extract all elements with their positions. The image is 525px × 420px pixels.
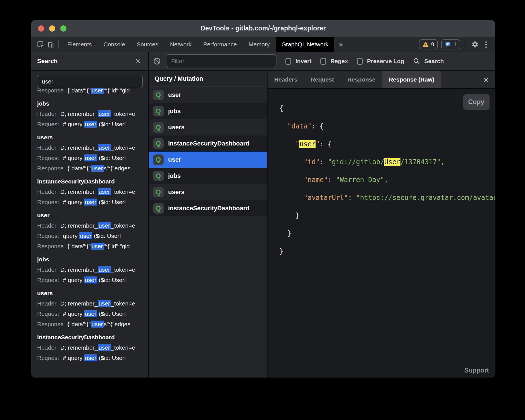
search-result-line[interactable]: Requestquery user ($id: UserI: [37, 231, 148, 241]
tab-performance[interactable]: Performance: [197, 37, 243, 52]
search-result-group-title[interactable]: instanceSecurityDashboard: [37, 176, 148, 187]
regex-checkbox[interactable]: [320, 58, 326, 65]
tab-console[interactable]: Console: [98, 37, 131, 52]
more-tabs-icon[interactable]: »: [334, 40, 347, 49]
tab-sources[interactable]: Sources: [131, 37, 164, 52]
search-result-group-title[interactable]: jobs: [37, 98, 148, 109]
detail-tab-request[interactable]: Request: [304, 71, 341, 88]
response-tabbar: HeadersRequestResponseResponse (Raw): [268, 71, 495, 89]
search-match-highlight: user: [98, 144, 111, 151]
search-result-group-title[interactable]: users: [37, 288, 148, 298]
devtools-content: Search Response{"data":{"user":{"id":"gi…: [31, 52, 495, 378]
search-result-line-clipped[interactable]: Response{"data":{"user":{"id":"gid: [37, 88, 148, 96]
result-line-label: Request: [37, 155, 59, 161]
query-item-label: users: [168, 124, 185, 131]
query-list-item-jobs[interactable]: Qjobs: [149, 168, 267, 184]
result-line-label: Header: [37, 266, 56, 273]
query-type-icon: Q: [153, 171, 164, 181]
search-match-highlight: user: [98, 222, 111, 229]
checkbox-group-regex: Regex: [320, 58, 348, 65]
search-result-line[interactable]: Request# query user ($id: UserI: [37, 353, 148, 363]
search-result-line[interactable]: HeaderD; remember_user_token=e: [37, 142, 148, 153]
search-result-line[interactable]: Request# query user ($id: UserI: [37, 309, 148, 319]
search-result-line[interactable]: Response{"data":{"user":{"id":"gid: [37, 241, 148, 251]
copy-button[interactable]: Copy: [463, 94, 490, 110]
close-traffic-button[interactable]: [38, 25, 44, 32]
text-segment: D; remember_: [60, 188, 98, 195]
json-line: "avatarUrl": "https://secure.gravatar.co…: [279, 189, 495, 207]
search-result-line[interactable]: HeaderD; remember_user_token=e: [37, 264, 148, 275]
search-result-line[interactable]: Request# query user ($id: UserI: [37, 275, 148, 285]
filter-checkboxes: InvertRegexPreserve Log: [276, 58, 404, 65]
tab-network[interactable]: Network: [164, 37, 197, 52]
text-segment: _token=e: [111, 344, 135, 351]
search-result-line[interactable]: HeaderD; remember_user_token=e: [37, 220, 148, 231]
tab-elements[interactable]: Elements: [61, 37, 98, 52]
more-menu-icon[interactable]: [484, 41, 488, 48]
search-result-line[interactable]: HeaderD; remember_user_token=e: [37, 298, 148, 309]
search-result-line[interactable]: Response{"data":{"users":{"edges: [37, 319, 148, 329]
search-result-line[interactable]: Request# query user ($id: UserI: [37, 119, 148, 129]
result-line-label: Header: [37, 344, 56, 351]
json-token: {: [320, 122, 324, 130]
query-item-label: instanceSecurityDashboard: [168, 205, 249, 212]
search-result-line[interactable]: HeaderD; remember_user_token=e: [37, 342, 148, 353]
filter-input[interactable]: [166, 54, 276, 68]
result-line-label: Request: [37, 233, 59, 239]
toolbar-search[interactable]: Search: [413, 58, 444, 65]
query-list-item-user[interactable]: Quser: [149, 152, 267, 168]
query-list-item-jobs[interactable]: Qjobs: [149, 103, 267, 119]
search-match-highlight: user: [84, 121, 97, 128]
device-toolbar-icon[interactable]: [46, 39, 56, 50]
detail-tab-response-raw[interactable]: Response (Raw): [382, 71, 441, 88]
text-segment: {"data":{": [68, 165, 91, 171]
query-item-label: instanceSecurityDashboard: [168, 140, 249, 147]
search-match-highlight: user: [84, 310, 97, 317]
result-line-label: Header: [37, 111, 56, 117]
text-segment: ($id: UserI: [97, 355, 126, 361]
query-list-panel: Query / Mutation QuserQjobsQusersQinstan…: [149, 71, 267, 378]
search-result-group-title[interactable]: user: [37, 210, 148, 220]
close-detail-icon[interactable]: [483, 76, 490, 83]
warnings-badge[interactable]: 9: [419, 39, 438, 49]
text-segment: D; remember_: [60, 300, 98, 307]
query-list-item-instancesecuritydashboard[interactable]: QinstanceSecurityDashboard: [149, 200, 267, 216]
inspect-element-icon[interactable]: [35, 39, 46, 50]
query-list-item-instancesecuritydashboard[interactable]: QinstanceSecurityDashboard: [149, 135, 267, 152]
query-list-header: Query / Mutation: [149, 71, 267, 87]
search-result-line[interactable]: Request# query user ($id: UserI: [37, 197, 148, 207]
search-result-line[interactable]: Response{"data":{"users":{"edges: [37, 163, 148, 173]
support-link[interactable]: Support: [464, 367, 489, 374]
search-input[interactable]: [37, 75, 143, 88]
minimize-traffic-button[interactable]: [49, 25, 55, 32]
json-line: "data": {: [279, 117, 495, 135]
query-list-item-users[interactable]: Qusers: [149, 184, 267, 200]
response-detail-panel: HeadersRequestResponseResponse (Raw) Cop…: [268, 71, 495, 378]
query-list-item-users[interactable]: Qusers: [149, 119, 267, 135]
preserve-log-checkbox[interactable]: [357, 58, 363, 65]
search-result-group-title[interactable]: users: [37, 132, 148, 142]
invert-checkbox[interactable]: [285, 58, 291, 65]
query-type-icon: Q: [153, 90, 164, 100]
detail-tab-headers[interactable]: Headers: [268, 71, 304, 88]
close-search-icon[interactable]: [135, 58, 142, 65]
search-result-line[interactable]: HeaderD; remember_user_token=e: [37, 187, 148, 197]
query-list-item-user[interactable]: Quser: [149, 87, 267, 103]
messages-badge[interactable]: 1: [441, 39, 460, 49]
search-panel: Search Response{"data":{"user":{"id":"gi…: [31, 52, 148, 378]
warnings-count: 9: [431, 41, 434, 48]
search-result-line[interactable]: HeaderD; remember_user_token=e: [37, 109, 148, 119]
tabbar-right-controls: 9 1: [419, 39, 495, 50]
query-item-label: jobs: [168, 172, 181, 180]
result-line-label: Request: [37, 311, 59, 317]
detail-tab-response[interactable]: Response: [341, 71, 382, 88]
search-result-group-title[interactable]: instanceSecurityDashboard: [37, 332, 148, 342]
gear-icon[interactable]: [470, 39, 480, 50]
maximize-traffic-button[interactable]: [60, 25, 66, 32]
tab-graphql-network[interactable]: GraphQL Network: [276, 37, 334, 52]
tab-memory[interactable]: Memory: [243, 37, 276, 52]
search-result-group-title[interactable]: jobs: [37, 254, 148, 264]
search-result-line[interactable]: Request# query user ($id: UserI: [37, 153, 148, 163]
clear-icon[interactable]: [153, 57, 161, 65]
text-segment: _token=e: [111, 188, 135, 195]
